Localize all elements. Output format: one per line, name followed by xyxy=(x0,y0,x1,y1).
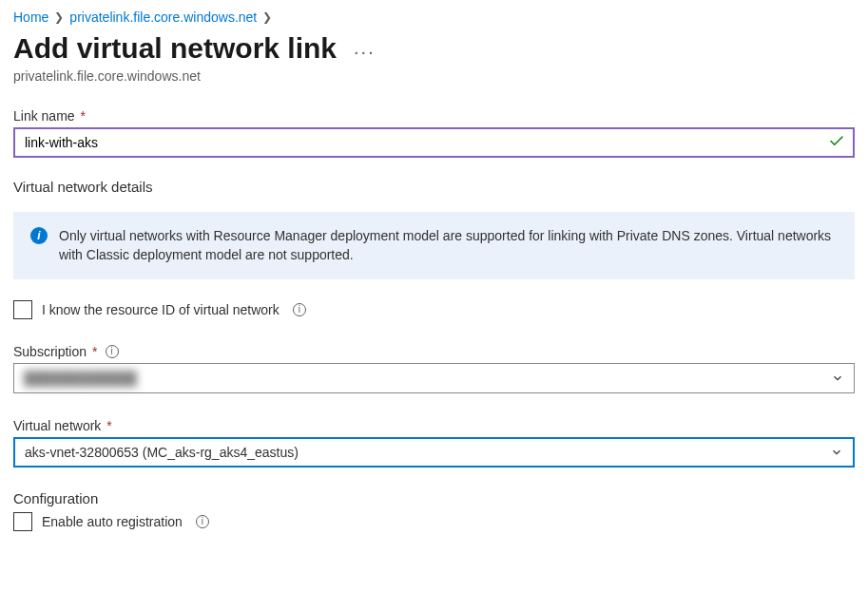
required-indicator: * xyxy=(92,344,97,359)
breadcrumb-home[interactable]: Home xyxy=(13,10,48,25)
page-title: Add virtual network link xyxy=(13,32,337,65)
configuration-heading: Configuration xyxy=(13,490,855,506)
chevron-down-icon xyxy=(831,372,844,385)
know-resource-id-label: I know the resource ID of virtual networ… xyxy=(42,302,280,317)
chevron-right-icon: ❯ xyxy=(262,10,272,24)
subscription-dropdown[interactable]: ████████████ xyxy=(13,363,855,393)
breadcrumb-zone[interactable]: privatelink.file.core.windows.net xyxy=(69,10,257,25)
checkmark-icon xyxy=(828,133,845,153)
vnet-label: Virtual network xyxy=(13,418,101,433)
info-tooltip-icon[interactable]: i xyxy=(293,303,306,316)
know-resource-id-checkbox[interactable] xyxy=(13,300,32,319)
required-indicator: * xyxy=(106,418,111,433)
auto-registration-checkbox[interactable] xyxy=(13,512,32,531)
vnet-details-heading: Virtual network details xyxy=(13,179,855,195)
chevron-right-icon: ❯ xyxy=(54,10,64,24)
chevron-down-icon xyxy=(830,446,843,459)
subscription-value: ████████████ xyxy=(24,371,137,386)
info-banner-text: Only virtual networks with Resource Mana… xyxy=(59,227,838,264)
subscription-label: Subscription xyxy=(13,344,87,359)
info-banner: i Only virtual networks with Resource Ma… xyxy=(13,212,855,279)
breadcrumb: Home ❯ privatelink.file.core.windows.net… xyxy=(13,10,855,25)
page-subtitle: privatelink.file.core.windows.net xyxy=(13,68,855,84)
link-name-input[interactable] xyxy=(13,127,855,158)
required-indicator: * xyxy=(81,108,86,124)
link-name-label: Link name xyxy=(13,108,75,124)
vnet-dropdown[interactable]: aks-vnet-32800653 (MC_aks-rg_aks4_eastus… xyxy=(13,437,855,468)
info-tooltip-icon[interactable]: i xyxy=(106,345,119,358)
more-actions-button[interactable]: ··· xyxy=(354,41,376,67)
vnet-value: aks-vnet-32800653 (MC_aks-rg_aks4_eastus… xyxy=(25,445,299,460)
info-tooltip-icon[interactable]: i xyxy=(196,515,209,528)
auto-registration-label: Enable auto registration xyxy=(42,514,183,529)
info-icon: i xyxy=(30,227,48,244)
